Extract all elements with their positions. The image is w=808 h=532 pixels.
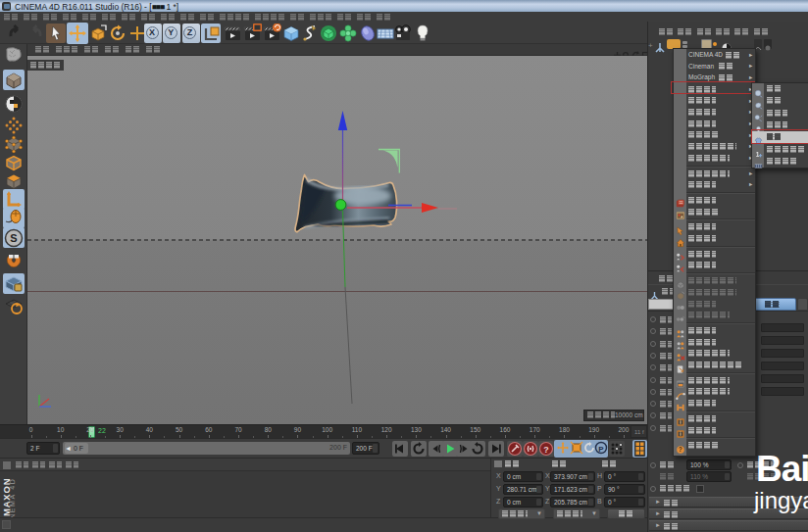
svg-text:S: S [10,232,17,244]
svg-text:P: P [598,445,604,454]
svg-text:?: ? [679,446,682,453]
svg-text:?: ? [543,445,549,455]
